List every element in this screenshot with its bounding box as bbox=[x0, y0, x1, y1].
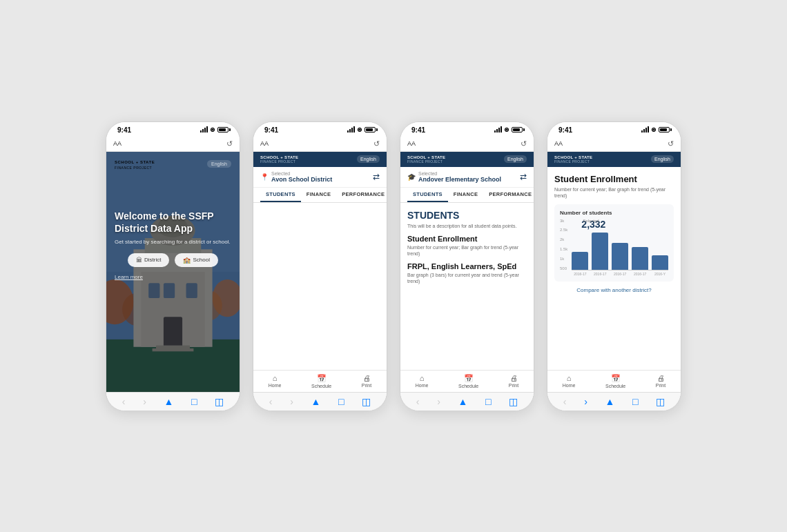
tabs-btn-1[interactable]: ◫ bbox=[215, 396, 224, 407]
hero-title: Welcome to the SSFP District Data App bbox=[115, 210, 231, 235]
nav-tabs-2: STUDENTS FINANCE PERFORMANCE bbox=[253, 188, 387, 203]
hero-english-btn[interactable]: English bbox=[207, 160, 231, 168]
district-icon: 🏛 bbox=[136, 257, 142, 264]
phone-welcome: 9:41 ⊛ AA ↺ bbox=[106, 121, 240, 411]
schedule-icon-3: 📅 bbox=[464, 374, 474, 383]
bookmarks-btn-3[interactable]: □ bbox=[485, 396, 491, 407]
back-btn-1[interactable]: ‹ bbox=[122, 396, 126, 407]
schedule-nav-4[interactable]: 📅 Schedule bbox=[605, 374, 625, 388]
browser-aa-1: AA bbox=[113, 140, 122, 147]
battery-icon bbox=[217, 127, 229, 132]
refresh-icon-4[interactable]: ↺ bbox=[668, 139, 674, 148]
print-nav-2[interactable]: 🖨 Print bbox=[362, 374, 371, 388]
schedule-nav-2[interactable]: 📅 Schedule bbox=[311, 374, 331, 388]
english-btn-2[interactable]: English bbox=[357, 155, 380, 163]
students-header: STUDENTS bbox=[407, 210, 527, 221]
app-header-2: School + State Finance Project English bbox=[253, 152, 387, 167]
hero-overlay-content: School + State Finance Project English W… bbox=[115, 160, 231, 280]
schedule-nav-3[interactable]: 📅 Schedule bbox=[458, 374, 478, 388]
home-label-2: Home bbox=[269, 383, 282, 388]
home-nav-2[interactable]: ⌂ Home bbox=[269, 374, 282, 388]
schedule-icon-2: 📅 bbox=[317, 374, 327, 383]
tab-students-2[interactable]: STUDENTS bbox=[260, 188, 301, 202]
bookmarks-btn-2[interactable]: □ bbox=[338, 396, 344, 407]
compare-link[interactable]: Compare with another district? bbox=[554, 287, 674, 293]
x-label-2: 2016-17 bbox=[592, 272, 608, 276]
tabs-btn-3[interactable]: ◫ bbox=[509, 396, 518, 407]
tab-finance-3[interactable]: FINANCE bbox=[448, 188, 483, 202]
home-label-3: Home bbox=[416, 383, 429, 388]
bar-1 bbox=[572, 252, 588, 270]
home-nav-3[interactable]: ⌂ Home bbox=[416, 374, 429, 388]
status-icons-3: ⊛ bbox=[494, 126, 523, 133]
home-label-4: Home bbox=[563, 383, 576, 388]
y-label-2k: 2k bbox=[560, 237, 567, 242]
phone-district: 9:41 ⊛ AA ↺ School + State Finance Proje… bbox=[253, 121, 387, 411]
x-labels: 2016-17 2016-17 2016-17 2016-17 2016-Y bbox=[572, 272, 668, 276]
safari-bar-3: ‹ › ▲ □ ◫ bbox=[400, 392, 534, 411]
print-nav-3[interactable]: 🖨 Print bbox=[509, 374, 518, 388]
browser-bar-4: AA ↺ bbox=[547, 137, 681, 152]
share-btn-1[interactable]: ▲ bbox=[164, 396, 173, 407]
tabs-btn-2[interactable]: ◫ bbox=[362, 396, 371, 407]
transfer-icon-3[interactable]: ⇄ bbox=[520, 172, 527, 181]
school-button[interactable]: 🏫 School bbox=[175, 253, 217, 267]
hero-logo-1: School + State bbox=[115, 160, 155, 164]
forward-btn-3[interactable]: › bbox=[437, 396, 440, 407]
english-btn-3[interactable]: English bbox=[504, 155, 527, 163]
status-bar-4: 9:41 ⊛ bbox=[547, 122, 681, 137]
enrollment-desc-3: Number for current year; Bar graph for t… bbox=[407, 244, 527, 257]
home-nav-4[interactable]: ⌂ Home bbox=[563, 374, 576, 388]
schedule-label-2: Schedule bbox=[311, 384, 331, 388]
enrollment-title-3: Student Enrollment bbox=[407, 235, 527, 243]
forward-btn-4[interactable]: › bbox=[584, 396, 587, 407]
app-content-2 bbox=[253, 203, 387, 370]
page-desc-4: Number for current year; Bar graph for t… bbox=[554, 186, 674, 199]
selected-bar-2: 📍 Selected Avon School District ⇄ bbox=[253, 167, 387, 188]
status-bar-3: 9:41 ⊛ bbox=[400, 122, 534, 137]
district-button[interactable]: 🏛 District bbox=[128, 253, 169, 267]
refresh-icon-2[interactable]: ↺ bbox=[373, 139, 380, 148]
page-title-4: Student Enrollment bbox=[554, 174, 674, 184]
share-btn-4[interactable]: ▲ bbox=[605, 396, 614, 407]
hero-subtitle: Get started by searching for a district … bbox=[115, 239, 231, 245]
refresh-icon-1[interactable]: ↺ bbox=[226, 139, 233, 148]
bookmarks-btn-4[interactable]: □ bbox=[632, 396, 638, 407]
back-btn-2[interactable]: ‹ bbox=[269, 396, 273, 407]
hero-logo-2: Finance Project bbox=[115, 166, 155, 170]
print-nav-4[interactable]: 🖨 Print bbox=[656, 374, 665, 388]
selected-indicator: Selected bbox=[583, 219, 599, 223]
forward-btn-1[interactable]: › bbox=[143, 396, 146, 407]
x-label-4: 2016-17 bbox=[632, 272, 648, 276]
y-label-500: 500 bbox=[560, 266, 567, 270]
browser-bar-1: AA ↺ bbox=[106, 137, 240, 152]
school-label: School bbox=[193, 257, 209, 263]
tab-students-3[interactable]: STUDENTS bbox=[407, 188, 448, 202]
print-label-4: Print bbox=[656, 383, 665, 388]
tab-finance-2[interactable]: FINANCE bbox=[301, 188, 336, 202]
bar-chart-bars bbox=[572, 233, 668, 270]
print-icon-2: 🖨 bbox=[363, 374, 371, 382]
transfer-icon-2[interactable]: ⇄ bbox=[373, 172, 380, 181]
frpl-title: FRPL, English Learners, SpEd bbox=[407, 262, 527, 270]
print-label-2: Print bbox=[362, 383, 371, 388]
tab-performance-2[interactable]: PERFORMANCE bbox=[336, 188, 387, 202]
share-btn-3[interactable]: ▲ bbox=[458, 396, 467, 407]
back-btn-3[interactable]: ‹ bbox=[416, 396, 420, 407]
tab-performance-3[interactable]: PERFORMANCE bbox=[483, 188, 534, 202]
share-btn-2[interactable]: ▲ bbox=[311, 396, 320, 407]
back-btn-4[interactable]: ‹ bbox=[563, 396, 567, 407]
selected-bar-3: 🎓 Selected Andover Elementary School ⇄ bbox=[400, 167, 534, 188]
tabs-btn-4[interactable]: ◫ bbox=[656, 396, 665, 407]
phone-school: 9:41 ⊛ AA ↺ School + State Finance Proje… bbox=[400, 121, 534, 411]
x-label-1: 2016-17 bbox=[572, 272, 588, 276]
refresh-icon-3[interactable]: ↺ bbox=[521, 139, 527, 148]
forward-btn-2[interactable]: › bbox=[290, 396, 293, 407]
wifi-icon: ⊛ bbox=[210, 126, 215, 133]
battery-icon-4 bbox=[659, 127, 670, 132]
y-label-15k: 1.5k bbox=[560, 247, 567, 251]
bookmarks-btn-1[interactable]: □ bbox=[191, 396, 197, 407]
app-header-4: School + State Finance Project English bbox=[547, 152, 681, 167]
english-btn-4[interactable]: English bbox=[651, 155, 674, 163]
learn-more-link[interactable]: Learn more bbox=[115, 274, 231, 280]
